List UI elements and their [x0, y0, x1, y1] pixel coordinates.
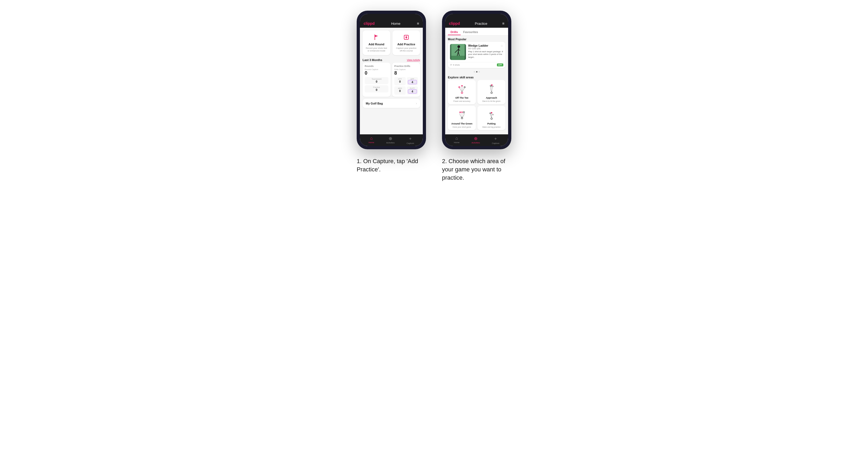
nav-home-1[interactable]: ⌂ Home — [368, 136, 374, 145]
quick-actions: Add Round Record your shots fast or enha… — [360, 28, 423, 57]
phone2-screen: clippd Practice ≡ Drills Favourites Most… — [445, 14, 508, 146]
app-header-1: clippd Home ≡ — [360, 19, 423, 28]
tournament-sub: Tournament 0 — [365, 77, 389, 84]
practice-content: Most Popular — [445, 35, 508, 134]
skill-atg-desc: Hone your short game — [453, 126, 471, 128]
app-header-title-2: Practice — [475, 22, 487, 26]
dots-indicator — [445, 70, 508, 73]
rounds-capture-label: Rounds Capture — [365, 68, 389, 70]
svg-point-30 — [491, 112, 492, 114]
practice-sub: Practice 0 — [365, 85, 389, 93]
app-sub: APP 4 — [407, 77, 418, 85]
svg-point-6 — [458, 45, 460, 48]
activities-icon-1: ⊕ — [389, 136, 392, 141]
drills-capture-label: Drills Capture — [394, 68, 418, 70]
featured-header: Wedge Ladder 50–100 yds ☆ — [468, 44, 503, 51]
ott-sub: OTT 0 — [394, 77, 406, 85]
nav-activities-1[interactable]: ⊕ Activities — [386, 136, 395, 145]
arg-value: 0 — [395, 89, 405, 93]
skill-card-off-the-tee[interactable]: Off The Tee Power and accuracy — [448, 80, 476, 104]
svg-line-16 — [462, 87, 465, 92]
app-logo-1: clippd — [364, 21, 375, 26]
skill-approach-desc: Dial-in to hit the green — [482, 100, 500, 102]
view-activity-link[interactable]: View Activity — [407, 59, 420, 61]
skill-ott-desc: Power and accuracy — [454, 100, 470, 102]
skill-card-atg[interactable]: Around The Green Hone your short game — [448, 106, 476, 130]
svg-point-26 — [463, 112, 464, 113]
most-popular-title: Most Popular — [445, 35, 508, 42]
nav-activities-2[interactable]: ⊕ Activities — [472, 136, 480, 145]
add-practice-card[interactable]: Add Practice Capture your practice off-t… — [393, 30, 420, 55]
nav-capture-label-2: Capture — [492, 142, 499, 145]
tournament-label: Tournament — [366, 78, 388, 80]
nav-home-2[interactable]: ⌂ Home — [454, 136, 459, 145]
dot-2 — [476, 71, 477, 72]
rounds-title: Rounds — [365, 65, 389, 67]
svg-line-14 — [459, 87, 462, 92]
shots-count: ⏱ 9 shots — [450, 64, 460, 66]
svg-point-28 — [461, 112, 463, 113]
add-round-card[interactable]: Add Round Record your shots fast or enha… — [363, 30, 390, 55]
capture-icon-1: ＋ — [408, 136, 412, 142]
phone1-section: clippd Home ≡ — [357, 11, 426, 174]
featured-image — [450, 44, 466, 60]
add-round-desc: Record your shots fast or enhanced mode — [365, 47, 388, 53]
capture-icon-2: ＋ — [493, 136, 498, 142]
app-badge: APP — [497, 63, 503, 66]
app-label: APP — [408, 78, 417, 80]
skill-card-approach[interactable]: Approach Dial-in to hit the green — [477, 80, 505, 104]
skill-visual-ott — [455, 82, 469, 95]
svg-point-21 — [490, 85, 491, 87]
skill-approach-title: Approach — [486, 96, 497, 99]
svg-point-22 — [491, 85, 492, 86]
skill-card-putting[interactable]: Putting Make and lag practice — [477, 106, 505, 130]
tab-drills[interactable]: Drills — [448, 29, 461, 35]
phone2-section: clippd Practice ≡ Drills Favourites Most… — [442, 11, 511, 182]
app-logo-2: clippd — [449, 21, 460, 26]
svg-point-31 — [490, 113, 491, 114]
bottom-nav-1: ⌂ Home ⊕ Activities ＋ Capture — [360, 134, 423, 146]
app-header-title-1: Home — [391, 22, 400, 26]
caption-2: 2. Choose which area of your game you wa… — [442, 157, 511, 182]
skill-areas-title: Explore skill areas — [445, 73, 508, 80]
nav-capture-2[interactable]: ＋ Capture — [492, 136, 499, 145]
shots-count-text: 9 shots — [453, 64, 460, 66]
add-practice-title: Add Practice — [397, 43, 415, 46]
golf-bag-row[interactable]: My Golf Bag › — [363, 99, 420, 108]
rounds-sub-row: Tournament 0 — [365, 77, 389, 84]
phone1: clippd Home ≡ — [357, 11, 426, 149]
putt-value: 4 — [408, 89, 417, 94]
svg-point-20 — [491, 92, 492, 94]
skill-visual-approach — [485, 82, 498, 95]
nav-home-label-1: Home — [368, 141, 374, 144]
practice-label: Practice — [366, 86, 388, 88]
ott-value: 0 — [395, 80, 405, 83]
featured-footer: ⏱ 9 shots APP — [448, 62, 505, 68]
nav-capture-1[interactable]: ＋ Capture — [407, 136, 414, 145]
featured-card-inner: Wedge Ladder 50–100 yds ☆ Play 1 shot at… — [448, 42, 505, 62]
add-round-title: Add Round — [368, 43, 384, 46]
skill-grid: Off The Tee Power and accuracy — [445, 80, 508, 133]
arg-label: ARG — [395, 87, 405, 89]
activities-icon-2: ⊕ — [474, 136, 477, 141]
stats-grid: Rounds Rounds Capture 0 Tournament 0 — [360, 63, 423, 99]
notch-2 — [469, 15, 485, 19]
featured-subtitle: 50–100 yds — [468, 47, 488, 50]
practice-sub-row: Practice 0 — [365, 85, 389, 93]
clock-icon: ⏱ — [450, 64, 452, 66]
featured-title: Wedge Ladder — [468, 44, 488, 47]
tab-favourites[interactable]: Favourites — [461, 29, 481, 35]
stats-header: Last 3 Months View Activity — [360, 57, 423, 63]
hamburger-icon-1[interactable]: ≡ — [417, 21, 419, 26]
hamburger-icon-2[interactable]: ≡ — [502, 21, 504, 26]
ott-app-row: OTT 0 APP 4 — [394, 77, 418, 85]
drills-title: Practice Drills — [394, 65, 418, 67]
home-icon-2: ⌂ — [455, 136, 458, 141]
svg-point-13 — [461, 92, 463, 94]
target-icon — [402, 33, 410, 41]
dot-1 — [474, 71, 475, 72]
nav-activities-label-2: Activities — [472, 142, 480, 144]
star-icon[interactable]: ☆ — [500, 44, 503, 48]
chevron-right-icon: › — [416, 101, 417, 105]
featured-card[interactable]: Wedge Ladder 50–100 yds ☆ Play 1 shot at… — [448, 42, 505, 68]
